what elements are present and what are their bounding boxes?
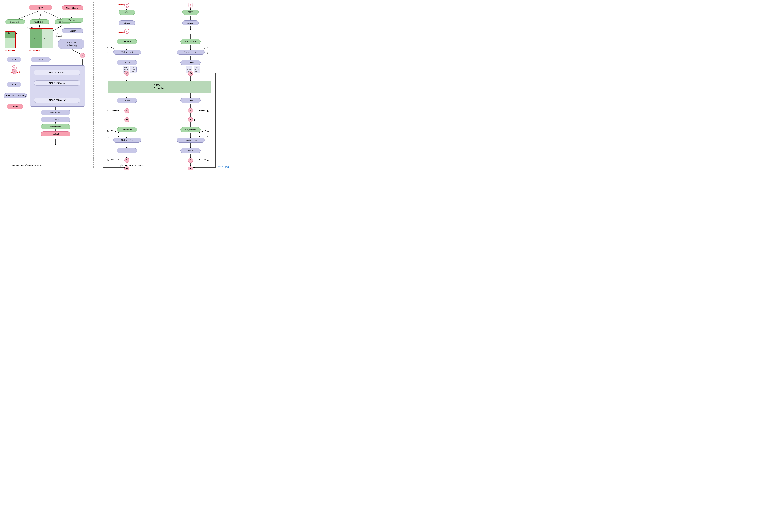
layernorm-right2: Layernorm xyxy=(180,127,200,132)
svg-line-2 xyxy=(44,11,63,20)
mlp2-node: MLP xyxy=(7,82,21,87)
mmdit-dots: ... xyxy=(30,90,85,94)
caption-a: (a) Overview of all components. xyxy=(11,164,43,167)
plus-circle-right: + xyxy=(80,53,85,58)
mmdit-block1: MM-DiT-Block 1 xyxy=(34,70,80,75)
output-node: Output xyxy=(41,131,71,137)
mlp-left: MLP xyxy=(117,148,137,153)
hadamard-right: ⊙ xyxy=(188,71,193,76)
timestep-node: Timestep xyxy=(7,104,23,109)
plus-circle-left: + xyxy=(12,69,17,74)
linear-left-top: Linear xyxy=(119,20,135,25)
layernorm-right1: Layernorm xyxy=(180,39,200,44)
text-prompt1-label: text prompt1 xyxy=(4,49,15,51)
add-right1: + xyxy=(188,117,193,122)
svg-line-62 xyxy=(199,160,206,160)
attention-label: Attention xyxy=(154,87,165,90)
svg-line-0 xyxy=(16,11,39,20)
clip-g-node: CLIP-G/14 xyxy=(5,19,25,24)
mmdit-container: MM-DiT-Block 1 MM-DiT-Block 2 ... MM-DiT… xyxy=(30,65,85,107)
beta-x: βx xyxy=(207,52,209,55)
delta-c: δc xyxy=(107,129,109,133)
mlp-right: MLP xyxy=(180,148,200,153)
add-left1: + xyxy=(124,117,129,122)
alpha-c: αc xyxy=(107,46,109,49)
linear-right-top: Linear xyxy=(182,20,199,25)
pos-emb-node: Positional Embedding xyxy=(58,39,84,49)
mlp1-node: MLP xyxy=(7,57,21,62)
opt-norm4: Opt. RMS- Norm xyxy=(194,66,200,73)
svg-line-56 xyxy=(199,110,206,111)
mult-left1: * xyxy=(124,108,129,113)
mod-right2: Mod: δx · • + εx xyxy=(177,138,205,142)
c-circle-right: c xyxy=(124,29,129,34)
arrow-inner2: ← xyxy=(44,37,46,40)
mult-right1: * xyxy=(188,108,193,113)
svg-line-4 xyxy=(52,25,63,31)
alpha-x: αx xyxy=(207,46,209,49)
linear1-node: Linear xyxy=(62,28,83,33)
linear-out-node: Linear xyxy=(41,117,71,122)
mmdit-block2: MM-DiT-Block 2 xyxy=(34,80,80,85)
modulation-node: Modulation xyxy=(41,110,71,115)
zeta-x: ζx xyxy=(207,158,209,162)
noised-latent-node: Noised Latent xyxy=(62,5,83,11)
left-panel: Caption CLIP-G/14 CLIP-L/14 T5 XXL 77 + … xyxy=(2,2,91,169)
linear2-node: Linear xyxy=(31,57,50,62)
mult-right2: * xyxy=(188,158,193,163)
sin-enc-node: Sinusoidal Encoding xyxy=(4,93,27,98)
mod-left2: Mod: δc · • + εc xyxy=(113,138,141,142)
unpatching-node: Unpatching xyxy=(41,124,71,129)
epsilon-x: εx xyxy=(207,135,209,138)
x-circle-right: x xyxy=(188,3,193,8)
layernorm-left2: Layernorm xyxy=(117,127,137,132)
opt-norm2: Opt. RMS- Norm xyxy=(130,66,136,73)
right-panel: condition 1 condition 2 y x SiLU SiLU Li… xyxy=(93,2,235,169)
linear-right3: Linear xyxy=(180,98,200,103)
y-circle-right: y xyxy=(124,3,129,8)
delta-x: δx xyxy=(207,129,209,133)
clip-l-node: CLIP-L/14 xyxy=(30,19,49,24)
mod-right1: Mod: αx · • + βx xyxy=(177,50,205,55)
svg-line-55 xyxy=(111,110,119,111)
mult-left2: * xyxy=(124,158,129,163)
pooled-vis: Pooled xyxy=(5,31,16,48)
mmdit-blockd: MM-DiT-Block d xyxy=(34,98,80,103)
gamma-x: γx xyxy=(207,109,209,112)
zeta-c: ζc xyxy=(107,158,108,162)
svg-line-58 xyxy=(111,136,119,136)
linear-left2: Linear xyxy=(117,60,137,65)
mod-left1: Mod: αc · • + βc xyxy=(113,50,141,55)
arrow-inner: → xyxy=(33,37,35,40)
text-prompt2-label: text prompt2 xyxy=(29,49,40,51)
svg-line-1 xyxy=(40,11,41,20)
add-right2: + xyxy=(188,166,193,170)
beta-c: βc xyxy=(107,52,109,55)
qkv-label: Q K V xyxy=(154,84,165,86)
patching-node: Patching xyxy=(62,17,83,22)
silu-right: SiLU xyxy=(182,10,199,15)
epsilon-c: εc xyxy=(107,135,108,138)
channel-label: 4096 channel xyxy=(56,33,62,37)
linear-left3: Linear xyxy=(117,98,137,103)
hadamard-left: ⊙ xyxy=(124,71,129,76)
svg-line-13 xyxy=(72,49,80,54)
caption-node: Caption xyxy=(29,5,52,10)
gamma-c: γc xyxy=(107,109,108,112)
x-label-left: x xyxy=(85,54,86,57)
silu-left: SiLU xyxy=(119,10,135,15)
attention-box: Q K V Attention xyxy=(108,81,211,93)
layernorm-left1: Layernorm xyxy=(117,39,137,44)
svg-line-60 xyxy=(199,136,206,136)
linear-right2: Linear xyxy=(180,60,200,65)
svg-line-61 xyxy=(111,160,119,160)
caption-b: (b) One MM-DiT block xyxy=(120,164,144,167)
watermark: CSDN @多图Stone xyxy=(219,166,233,168)
